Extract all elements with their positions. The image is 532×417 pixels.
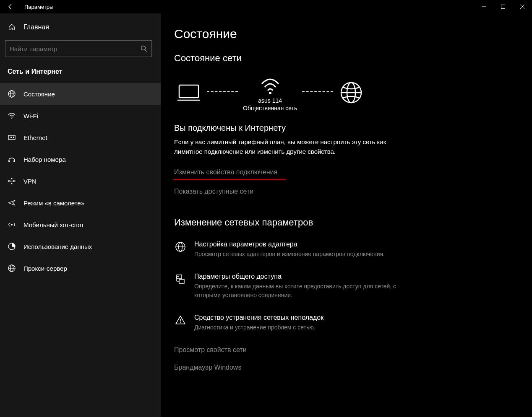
svg-rect-14 <box>8 161 10 162</box>
svg-rect-36 <box>179 280 184 283</box>
sidebar-item-ethernet[interactable]: Ethernet <box>0 127 161 148</box>
annotation-underline <box>173 179 286 180</box>
svg-rect-26 <box>179 85 198 98</box>
sidebar-item-label: Мобильный хот-спот <box>23 221 84 228</box>
network-type-label: Общественная сеть <box>243 105 297 111</box>
search-input[interactable] <box>10 45 141 52</box>
setting-title: Настройка параметров адаптера <box>194 241 409 248</box>
svg-rect-1 <box>501 5 505 9</box>
ssid-label: asus 114 <box>258 97 282 104</box>
close-button[interactable] <box>513 0 532 13</box>
network-status-title: Состояние сети <box>174 53 532 64</box>
setting-title: Параметры общего доступа <box>194 273 409 280</box>
adapter-settings-row[interactable]: Настройка параметров адаптера Просмотр с… <box>174 241 409 259</box>
maximize-button[interactable] <box>493 0 513 13</box>
adapter-icon <box>174 241 187 252</box>
connection-line <box>207 91 238 92</box>
home-icon <box>8 23 16 31</box>
svg-rect-13 <box>13 137 14 138</box>
sidebar-item-proxy[interactable]: Прокси-сервер <box>0 257 161 279</box>
airplane-icon <box>8 199 16 207</box>
home-button[interactable]: Главная <box>0 18 161 37</box>
sharing-icon <box>174 274 187 285</box>
sidebar-item-label: Прокси-сервер <box>23 265 67 272</box>
view-network-props-link[interactable]: Просмотр свойств сети <box>174 346 532 354</box>
datausage-icon <box>8 242 16 251</box>
setting-title: Средство устранения сетевых неполадок <box>194 314 409 321</box>
svg-point-41 <box>180 322 181 323</box>
sidebar-item-wifi[interactable]: Wi-Fi <box>0 105 161 127</box>
computer-icon <box>176 82 202 103</box>
sidebar-item-hotspot[interactable]: Мобильный хот-спот <box>0 214 161 236</box>
warning-icon <box>174 315 187 326</box>
sharing-settings-row[interactable]: Параметры общего доступа Определите, к к… <box>174 273 409 300</box>
sidebar-item-dialup[interactable]: Набор номера <box>0 148 161 170</box>
wifi-icon <box>8 111 16 120</box>
svg-point-19 <box>11 178 13 179</box>
sidebar-item-label: Состояние <box>23 91 55 98</box>
connected-description: Если у вас лимитный тарифный план, вы мо… <box>174 137 392 157</box>
setting-desc: Просмотр сетевых адаптеров и изменение п… <box>194 250 409 259</box>
sidebar-item-datausage[interactable]: Использование данных <box>0 236 161 257</box>
svg-rect-11 <box>10 137 10 138</box>
search-box[interactable] <box>5 40 152 57</box>
proxy-icon <box>8 264 16 272</box>
globe-large-icon <box>338 82 364 103</box>
sidebar-item-label: Использование данных <box>23 243 92 250</box>
vpn-icon <box>8 177 16 185</box>
wifi-router-icon <box>257 74 283 95</box>
sidebar-item-label: Режим «в самолете» <box>23 199 84 207</box>
globe-icon <box>8 90 16 98</box>
troubleshoot-row[interactable]: Средство устранения сетевых неполадок Ди… <box>174 314 409 332</box>
dialup-icon <box>8 155 16 163</box>
setting-desc: Диагностика и устранение проблем с сетью… <box>194 323 409 332</box>
change-network-settings-title: Изменение сетевых параметров <box>174 217 532 228</box>
svg-point-9 <box>11 118 12 119</box>
hotspot-icon <box>8 220 16 229</box>
ethernet-icon <box>8 133 16 142</box>
sidebar-item-status[interactable]: Состояние <box>0 83 161 105</box>
svg-point-17 <box>13 180 15 182</box>
svg-rect-15 <box>13 161 15 162</box>
main-content: Состояние Состояние сети asus 114 Общест… <box>161 13 532 417</box>
svg-point-20 <box>11 183 13 184</box>
home-label: Главная <box>23 23 49 31</box>
page-title: Состояние <box>174 27 532 41</box>
svg-point-21 <box>11 224 13 225</box>
firewall-link[interactable]: Брандмауэр Windows <box>174 364 532 371</box>
sidebar: Главная Сеть и Интернет Состояние Wi-Fi <box>0 13 161 417</box>
svg-point-28 <box>269 92 271 94</box>
connected-heading: Вы подключены к Интернету <box>174 123 532 133</box>
back-button[interactable] <box>7 3 14 10</box>
svg-point-4 <box>141 46 146 50</box>
category-header: Сеть и Интернет <box>0 65 161 83</box>
sidebar-item-label: Набор номера <box>23 156 66 163</box>
svg-point-16 <box>8 180 10 182</box>
change-connection-props-link[interactable]: Изменить свойства подключения <box>174 168 277 176</box>
search-icon <box>141 45 147 52</box>
sidebar-item-vpn[interactable]: VPN <box>0 170 161 192</box>
sidebar-item-label: Ethernet <box>23 134 47 141</box>
sidebar-item-airplane[interactable]: Режим «в самолете» <box>0 192 161 214</box>
sidebar-item-label: VPN <box>23 178 37 185</box>
window-title: Параметры <box>24 4 474 10</box>
show-available-networks-link[interactable]: Показать доступные сети <box>174 188 253 195</box>
svg-rect-12 <box>11 137 12 138</box>
sidebar-item-label: Wi-Fi <box>23 112 38 119</box>
minimize-button[interactable] <box>474 0 493 13</box>
network-diagram: asus 114 Общественная сеть <box>176 74 532 111</box>
connection-line <box>302 91 333 92</box>
svg-line-5 <box>145 50 147 52</box>
setting-desc: Определите, к каким данным вы хотите пре… <box>194 282 409 300</box>
